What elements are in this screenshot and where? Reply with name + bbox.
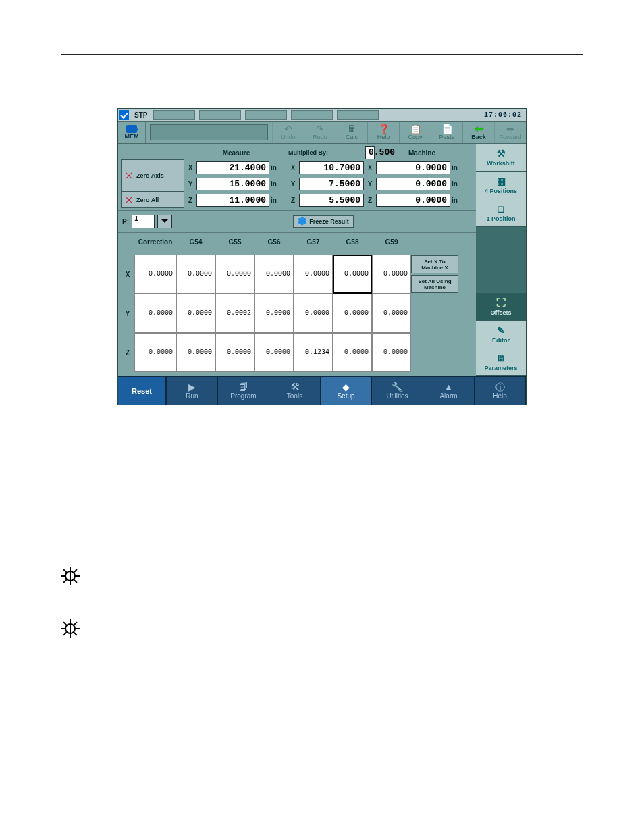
- zero-axis-button[interactable]: Zero Axis: [121, 159, 184, 192]
- top-toolbar: MEM ↶ Undo ↷ Redo 🖩 Calc ❓ Help 📋 Copy: [118, 122, 526, 144]
- bottom-nav-utilities[interactable]: 🔧Utilities: [372, 377, 423, 405]
- offset-cell[interactable]: 0.0000: [254, 294, 294, 333]
- editor-tab[interactable]: ✎ Editor: [476, 321, 526, 348]
- copy-button[interactable]: 📋 Copy: [399, 122, 431, 143]
- measure-z[interactable]: 11.0000: [196, 194, 269, 207]
- bottom-nav-tools[interactable]: 🛠Tools: [269, 377, 321, 405]
- unit-label: in: [271, 164, 287, 172]
- bottom-nav-run[interactable]: ▶Run: [167, 377, 218, 405]
- ok-indicator-icon: [119, 110, 129, 120]
- freeze-result-button[interactable]: ✽ Freeze Result: [293, 215, 354, 228]
- main-area: Measure Multiplied By: 0.500 Machine Zer…: [118, 144, 526, 376]
- set-x-to-machine-x-button[interactable]: Set X To Machine X: [411, 255, 458, 273]
- offset-cell[interactable]: 0.0000: [333, 333, 372, 372]
- offset-cell[interactable]: 0.0000: [176, 294, 215, 333]
- offset-cell[interactable]: 0.1234: [294, 333, 333, 372]
- axis-readouts: Measure Multiplied By: 0.500 Machine Zer…: [118, 144, 476, 210]
- set-all-using-machine-button[interactable]: Set All Using Machine: [411, 275, 458, 293]
- offset-cell[interactable]: 0.0000: [333, 294, 372, 333]
- offset-cell[interactable]: 0.0000: [215, 255, 254, 294]
- paste-icon: 📄: [441, 124, 453, 134]
- offset-cell[interactable]: 0.0000: [333, 255, 372, 294]
- unit-label: in: [452, 164, 468, 172]
- bottom-nav: Reset ▶Run🗐Program🛠Tools◆Setup🔧Utilities…: [118, 376, 526, 405]
- axis-label: Z: [186, 197, 195, 204]
- workshift-tab[interactable]: ⚒ Workshift: [476, 144, 526, 172]
- machine-x: 0.0000: [376, 161, 450, 174]
- status-bar: STP 17:06:02: [118, 109, 526, 122]
- offset-cell[interactable]: 0.0000: [294, 294, 333, 333]
- forward-arrow-icon: ➡: [506, 124, 514, 134]
- col-g54: G54: [176, 238, 215, 246]
- offsets-table-header: Correction G54 G55 G56 G57 G58 G59: [118, 233, 476, 253]
- offset-cell[interactable]: 0.0000: [134, 255, 176, 294]
- machine-z: 0.0000: [376, 194, 450, 207]
- reset-button[interactable]: Reset: [118, 377, 167, 405]
- grid-icon: ▦: [497, 176, 506, 186]
- unit-label: in: [452, 180, 468, 188]
- offset-cell[interactable]: 0.0000: [134, 333, 176, 372]
- axis-label: Y: [288, 180, 298, 188]
- copy-icon: 📋: [410, 124, 421, 134]
- program-icon: 🗐: [239, 382, 248, 392]
- col-g56: G56: [254, 238, 294, 246]
- bottom-nav-help[interactable]: ⓘHelp: [475, 377, 526, 405]
- help-icon: ⓘ: [495, 382, 505, 392]
- four-positions-tab[interactable]: ▦ 4 Positions: [476, 172, 526, 199]
- offset-cell[interactable]: 0.0000: [372, 294, 411, 333]
- parameters-tab[interactable]: 🗎 Parameters: [476, 348, 526, 376]
- offset-cell[interactable]: 0.0000: [134, 294, 176, 333]
- offset-cell[interactable]: 0.0000: [254, 333, 294, 372]
- status-slot: [337, 110, 379, 120]
- crosshair-icon: [124, 195, 134, 205]
- offset-cell[interactable]: 0.0000: [176, 255, 215, 294]
- crosshair-icon: [124, 171, 134, 180]
- status-slot: [245, 110, 287, 120]
- measure-y[interactable]: 15.0000: [196, 178, 269, 190]
- bottom-nav-alarm[interactable]: ▲Alarm: [423, 377, 475, 405]
- mem-indicator: MEM: [118, 122, 146, 143]
- offset-cell[interactable]: 0.0000: [372, 255, 411, 294]
- forward-button[interactable]: ➡ Forward: [494, 122, 526, 143]
- calc-button[interactable]: 🖩 Calc: [336, 122, 367, 143]
- run-icon: ▶: [188, 382, 196, 392]
- workshift-icon: ⚒: [497, 148, 506, 159]
- offset-cell[interactable]: 0.0000: [176, 333, 215, 372]
- axis-label: Z: [365, 197, 375, 204]
- run-mode-label: STP: [130, 111, 151, 119]
- crosshair-icon: [61, 567, 80, 585]
- offsets-row-axis: Z: [121, 349, 134, 357]
- multiplier-value[interactable]: 0.500: [365, 146, 375, 159]
- redo-button[interactable]: ↷ Redo: [304, 122, 336, 143]
- back-button[interactable]: ⬅ Back: [462, 122, 494, 143]
- redo-icon: ↷: [316, 124, 324, 134]
- measure-x[interactable]: 21.4000: [196, 161, 269, 174]
- parameters-icon: 🗎: [496, 353, 506, 363]
- pointer-help-icon: ❓: [378, 124, 390, 134]
- status-slot: [153, 110, 195, 120]
- offset-cell[interactable]: 0.0000: [254, 255, 294, 294]
- context-help-button[interactable]: ❓ Help: [367, 122, 399, 143]
- offset-cell[interactable]: 0.0000: [372, 333, 411, 372]
- right-button-rail: ⚒ Workshift ▦ 4 Positions ◻ 1 Position ⛶…: [476, 144, 526, 376]
- offset-cell[interactable]: 0.0002: [215, 294, 254, 333]
- program-name-field: [150, 124, 268, 140]
- zero-all-button[interactable]: Zero All: [121, 192, 184, 208]
- offsets-tab[interactable]: ⛶ Offsets: [476, 293, 526, 321]
- undo-button[interactable]: ↶ Undo: [272, 122, 304, 143]
- bottom-nav-setup[interactable]: ◆Setup: [321, 377, 372, 405]
- bottom-nav-program[interactable]: 🗐Program: [218, 377, 269, 405]
- offset-cell[interactable]: 0.0000: [294, 255, 333, 294]
- p-dropdown-button[interactable]: [157, 215, 172, 228]
- undo-icon: ↶: [284, 124, 292, 134]
- p-selector-row: P: 1 ✽ Freeze Result: [118, 210, 476, 233]
- unit-label: in: [271, 197, 287, 204]
- multiplied-x: 10.7000: [299, 161, 364, 174]
- page-rule: [61, 54, 583, 55]
- offset-cell[interactable]: 0.0000: [215, 333, 254, 372]
- multiplied-z: 5.5000: [299, 194, 364, 207]
- paste-button[interactable]: 📄 Paste: [431, 122, 462, 143]
- p-input[interactable]: 1: [132, 215, 155, 228]
- offsets-icon: ⛶: [496, 297, 506, 308]
- one-position-tab[interactable]: ◻ 1 Position: [476, 199, 526, 227]
